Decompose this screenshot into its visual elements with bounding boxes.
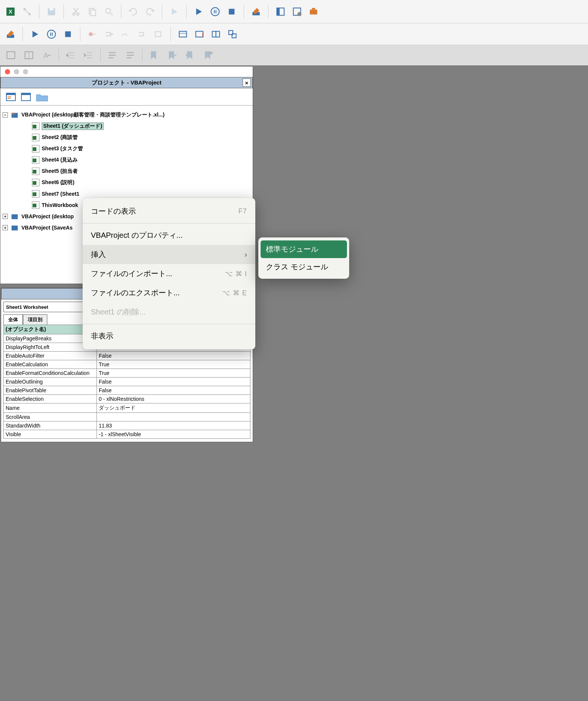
ctx-export-file[interactable]: ファイルのエクスポート... ⌥ ⌘ E xyxy=(83,283,255,302)
sheet-icon xyxy=(32,145,39,153)
expand-icon[interactable]: + xyxy=(3,225,8,230)
run-icon[interactable] xyxy=(192,5,205,18)
collapse-icon[interactable]: − xyxy=(3,112,8,118)
close-dot-icon[interactable] xyxy=(5,69,10,74)
project-icon xyxy=(10,224,19,232)
property-row[interactable]: EnablePivotTableFalse xyxy=(4,386,250,395)
view-object-icon[interactable] xyxy=(21,92,31,102)
property-row[interactable]: Visible-1 - xlSheetVisible xyxy=(4,430,250,439)
tree-root[interactable]: − VBAProject (desktop顧客管理・商談管理テンプレート.xl.… xyxy=(3,109,250,121)
run-to-cursor-icon[interactable] xyxy=(152,27,165,41)
prev-bookmark-icon[interactable] xyxy=(184,49,196,62)
tree-item-sheet2[interactable]: Sheet2 (商談管 xyxy=(3,132,250,143)
sheet-icon xyxy=(32,156,39,164)
copy-icon[interactable] xyxy=(86,5,99,18)
property-row[interactable]: EnableOutliningFalse xyxy=(4,378,250,386)
settings-icon[interactable] xyxy=(20,5,34,18)
clear-bookmarks-icon[interactable] xyxy=(202,49,214,62)
toggle-bookmark-icon[interactable] xyxy=(148,49,160,62)
ctx-hide[interactable]: 非表示 xyxy=(83,326,255,346)
svg-text:X: X xyxy=(9,9,12,15)
find-icon[interactable] xyxy=(102,5,116,18)
svg-rect-14 xyxy=(229,9,234,14)
property-value[interactable] xyxy=(97,413,250,422)
breakpoint-icon[interactable] xyxy=(86,27,99,41)
tree-item-sheet6[interactable]: Sheet6 (説明) xyxy=(3,177,250,188)
panel-close-button[interactable]: × xyxy=(243,79,251,87)
pause-icon[interactable] xyxy=(208,5,222,18)
sheet-icon xyxy=(32,190,39,198)
property-value[interactable]: -1 - xlSheetVisible xyxy=(97,430,250,439)
property-value[interactable]: True xyxy=(97,369,250,378)
undo-icon[interactable] xyxy=(127,5,140,18)
list-members-icon[interactable] xyxy=(5,49,17,62)
next-bookmark-icon[interactable] xyxy=(166,49,178,62)
sheet-icon xyxy=(32,168,39,175)
tree-item-sheet1[interactable]: Sheet1 (ダッシュボード) xyxy=(3,121,250,132)
submenu-standard-module[interactable]: 標準モジュール xyxy=(261,240,347,258)
cut-icon[interactable] xyxy=(69,5,83,18)
run-icon-2[interactable] xyxy=(28,27,42,41)
tree-item-sheet5[interactable]: Sheet5 (担当者 xyxy=(3,166,250,177)
ctx-insert[interactable]: 挿入 › xyxy=(83,245,255,264)
tree-item-sheet3[interactable]: Sheet3 (タスク管 xyxy=(3,143,250,154)
property-name: EnablePivotTable xyxy=(4,386,97,395)
folder-icon[interactable] xyxy=(36,92,48,102)
step-over-icon[interactable] xyxy=(119,27,132,41)
param-info-icon[interactable] xyxy=(23,49,35,62)
property-row[interactable]: StandardWidth11.83 xyxy=(4,422,250,430)
tree-item-sheet4[interactable]: Sheet4 (見込み xyxy=(3,154,250,166)
property-value[interactable]: 0 - xlNoRestrictions xyxy=(97,395,250,403)
redo-icon[interactable] xyxy=(143,5,157,18)
call-stack-icon[interactable] xyxy=(226,27,239,41)
property-row[interactable]: EnableFormatConditionsCalculationTrue xyxy=(4,369,250,378)
property-value[interactable]: 11.83 xyxy=(97,422,250,430)
project-explorer-icon[interactable] xyxy=(274,5,287,18)
min-dot-icon[interactable] xyxy=(14,69,19,74)
design-mode-icon[interactable] xyxy=(249,5,263,18)
property-value[interactable]: False xyxy=(97,378,250,386)
svg-rect-13 xyxy=(216,10,216,13)
ctx-view-code[interactable]: コードの表示 F7 xyxy=(83,202,255,221)
view-code-icon[interactable] xyxy=(6,92,16,102)
property-value[interactable]: ダッシュボード xyxy=(97,403,250,413)
uncomment-block-icon[interactable] xyxy=(124,49,137,62)
ctx-import-file[interactable]: ファイルのインポート... ⌥ ⌘ I xyxy=(83,264,255,283)
submenu-class-module[interactable]: クラス モジュール xyxy=(258,258,349,276)
save-icon[interactable] xyxy=(45,5,58,18)
property-value[interactable]: False xyxy=(97,352,250,360)
design-toggle-icon[interactable] xyxy=(4,27,17,41)
property-value[interactable]: False xyxy=(97,386,250,395)
step-into-icon[interactable] xyxy=(102,27,116,41)
indent-icon[interactable] xyxy=(64,49,77,62)
properties-window-icon[interactable] xyxy=(290,5,304,18)
watch-window-icon[interactable] xyxy=(209,27,223,41)
property-row[interactable]: EnableCalculationTrue xyxy=(4,360,250,369)
ctx-properties[interactable]: VBAProject のプロパティ... xyxy=(83,226,255,245)
stop-icon-2[interactable] xyxy=(61,27,75,41)
expand-icon[interactable]: + xyxy=(3,214,8,219)
step-out-icon[interactable] xyxy=(135,27,149,41)
property-row[interactable]: Nameダッシュボード xyxy=(4,403,250,413)
outdent-icon[interactable] xyxy=(82,49,95,62)
pause-icon-2[interactable] xyxy=(45,27,58,41)
run-small-icon[interactable] xyxy=(167,5,181,18)
toolbox-icon[interactable] xyxy=(307,5,320,18)
property-row[interactable]: ScrollArea xyxy=(4,413,250,422)
comment-block-icon[interactable] xyxy=(106,49,119,62)
separator xyxy=(83,324,255,324)
property-value[interactable]: True xyxy=(97,360,250,369)
stop-icon[interactable] xyxy=(225,5,238,18)
locals-window-icon[interactable] xyxy=(176,27,190,41)
max-dot-icon[interactable] xyxy=(23,69,28,74)
immediate-window-icon[interactable]: ! xyxy=(193,27,206,41)
property-row[interactable]: EnableSelection0 - xlNoRestrictions xyxy=(4,395,250,403)
object-type-label: Sheet1 Worksheet xyxy=(6,304,48,310)
quick-info-icon[interactable]: A xyxy=(41,49,53,62)
tab-by-category[interactable]: 項目別 xyxy=(23,314,47,325)
tab-all[interactable]: 全体 xyxy=(3,314,23,325)
property-row[interactable]: EnableAutoFilterFalse xyxy=(4,352,250,360)
ctx-remove-sheet: Sheet1 の削除... xyxy=(83,302,255,322)
excel-icon[interactable]: X xyxy=(4,5,17,18)
svg-rect-28 xyxy=(155,32,161,36)
